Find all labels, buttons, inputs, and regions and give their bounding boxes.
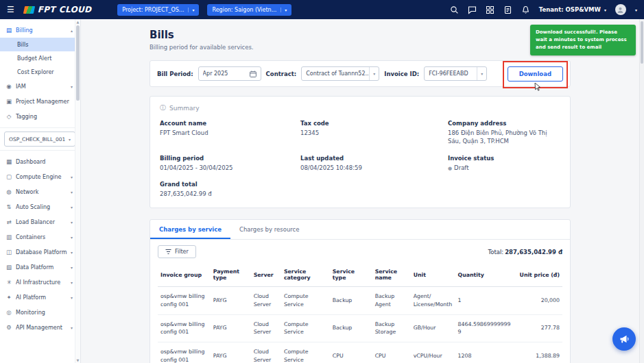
field-label: Account name <box>160 120 300 127</box>
apps-grid-icon[interactable] <box>486 5 494 14</box>
tab-charges-by-service[interactable]: Charges by service <box>150 220 230 239</box>
sidebar-project-select[interactable]: OSP_CHECK_BILL_001 ▾ <box>4 132 75 147</box>
region-selector[interactable]: Region: Saigon (Vietn... ▾ <box>207 4 291 16</box>
sidebar-item-iam[interactable]: ◉ IAM ▾ <box>0 79 80 94</box>
ai-platform-icon: ✦ <box>5 294 12 301</box>
table-row: osp&vmw billing config 001 PAYG Cloud Se… <box>158 342 562 363</box>
page-scrollbar-thumb[interactable] <box>641 21 643 64</box>
avatar[interactable] <box>615 4 626 15</box>
col-header: Unit price (đ) <box>514 263 562 287</box>
invoice-id-select[interactable]: FCI-96FEEABD ▾ <box>424 66 487 81</box>
cell: PAYG <box>211 314 251 342</box>
filter-button[interactable]: Filter <box>158 245 196 258</box>
sidebar-item-load-balancer[interactable]: ⇄ Load Balancer ▾ <box>0 214 80 229</box>
col-header: Quantity <box>455 263 514 287</box>
status-badge: ●Draft <box>448 164 560 172</box>
sidebar-item-label: Bills <box>17 42 28 48</box>
sidebar-item-ai-infrastructure[interactable]: ✳ AI Infrastructure ▾ <box>0 275 80 290</box>
scroll-down-icon[interactable]: ▼ <box>77 358 80 362</box>
field-last-updated: Last updated 08/04/2025 10:48:59 <box>300 155 448 172</box>
sidebar-item-auto-scaling[interactable]: ⇅ Auto Scaling ▾ <box>0 199 80 214</box>
contract-label: Contract: <box>266 71 297 77</box>
project-selector[interactable]: Project: PROJECT_OS... ▾ <box>117 4 199 16</box>
changelog-icon[interactable] <box>503 5 512 14</box>
contract-select[interactable]: Contract of Tuannn52... ▾ <box>301 66 379 81</box>
charges-tabs: Charges by service Charges by resource <box>150 220 570 240</box>
page-scrollbar[interactable] <box>639 19 644 363</box>
cell: Compute Service <box>281 342 330 363</box>
field-label: Company address <box>448 120 560 127</box>
sidebar-item-containers[interactable]: ▥ Containers ▾ <box>0 229 80 245</box>
download-button[interactable]: Download <box>508 66 563 82</box>
chevron-down-icon: ▾ <box>71 205 73 210</box>
cell: Backup Storage <box>372 314 411 342</box>
status-dot-icon: ● <box>448 166 452 171</box>
tenant-selector[interactable]: Tenant: OSP&VMW ▾ <box>539 6 606 13</box>
bill-period-input[interactable] <box>198 66 261 81</box>
sidebar-item-network[interactable]: ◍ Network ▾ <box>0 184 80 199</box>
col-header: Server <box>251 263 281 287</box>
chevron-down-icon: ▾ <box>71 235 73 240</box>
sidebar-item-api-management[interactable]: ⚙ API Management ▾ <box>0 320 80 335</box>
status-text: Draft <box>454 164 468 171</box>
sidebar-item-bills[interactable]: Bills <box>0 38 80 51</box>
calendar-icon[interactable] <box>250 71 257 77</box>
sidebar-item-label: Database Platform <box>16 249 67 255</box>
chevron-down-icon: ▾ <box>71 175 73 179</box>
sidebar-item-monitoring[interactable]: ◎ Monitoring <box>0 305 80 320</box>
cell: PAYG <box>211 287 251 314</box>
col-header: Service category <box>281 263 330 287</box>
sidebar-item-database-platform[interactable]: ◫ Database Platform ▾ <box>0 245 80 260</box>
sidebar-item-ai-platform[interactable]: ✦ AI Platform ▾ <box>0 290 80 305</box>
field-value: 287,635,042.99 đ <box>160 190 300 198</box>
scroll-up-icon[interactable]: ▲ <box>77 20 80 24</box>
sidebar-item-budget-alert[interactable]: Budget Alert <box>0 51 80 65</box>
field-invoice-status: Invoice status ●Draft <box>448 155 560 172</box>
chevron-down-icon: ▾ <box>71 325 73 330</box>
cell: 1208 <box>455 342 514 363</box>
sidebar-item-label: Project Management <box>16 99 69 105</box>
sidebar-item-label: Dashboard <box>16 159 69 165</box>
feedback-fab[interactable] <box>612 327 636 351</box>
sidebar-item-label: AI Infrastructure <box>16 279 67 286</box>
sidebar-item-billing[interactable]: ▤ Billing ▴ <box>0 23 80 38</box>
chat-icon[interactable] <box>468 5 477 14</box>
sidebar-item-label: Budget Alert <box>17 55 51 62</box>
chevron-down-icon[interactable]: ▾ <box>635 8 637 12</box>
cell: vCPU/Hour <box>411 342 455 363</box>
sidebar-scrollbar-thumb[interactable] <box>76 25 80 101</box>
chevron-down-icon: ▾ <box>71 190 73 195</box>
project-selector-label: Project: PROJECT_OS... <box>122 7 184 13</box>
sidebar-item-tagging[interactable]: ◇ Tagging <box>0 109 80 124</box>
cell: 1,388.89 <box>514 342 562 363</box>
chevron-down-icon: ▾ <box>188 8 194 12</box>
bill-period-value[interactable] <box>203 71 241 77</box>
field-label: Grand total <box>160 181 300 188</box>
field-account-name: Account name FPT Smart Cloud <box>160 120 300 146</box>
field-label: Invoice status <box>448 155 560 162</box>
tab-charges-by-resource[interactable]: Charges by resource <box>230 220 309 239</box>
sidebar-item-label: Cost Explorer <box>17 69 54 75</box>
total-value: 287,635,042.99 đ <box>505 249 562 255</box>
dashboard-icon: ▦ <box>5 158 12 165</box>
field-label: Tax code <box>300 120 448 127</box>
support-icon[interactable] <box>450 5 459 14</box>
sidebar-item-data-platform[interactable]: ▧ Data Platform ▾ <box>0 260 80 275</box>
hamburger-menu-icon[interactable]: ☰ <box>7 5 14 14</box>
tag-icon: ◇ <box>5 113 12 120</box>
containers-icon: ▥ <box>5 234 12 240</box>
cell: 277.78 <box>514 314 562 342</box>
field-label: Billing period <box>160 155 300 162</box>
toast-success: Download successfull!. Please wait a min… <box>530 25 636 55</box>
cell: osp&vmw billing config 001 <box>158 342 211 363</box>
sidebar-item-cost-explorer[interactable]: Cost Explorer <box>0 65 80 79</box>
cell: PAYG <box>211 342 251 363</box>
api-management-icon: ⚙ <box>5 324 12 331</box>
chevron-down-icon: ▾ <box>477 67 486 80</box>
filter-bar: Bill Period: Contract: Contract of Tuann… <box>150 60 571 87</box>
notification-bell-icon[interactable] <box>521 5 530 14</box>
chevron-down-icon: ▾ <box>369 67 379 80</box>
sidebar-item-compute-engine[interactable]: ▢ Compute Engine ▾ <box>0 169 80 184</box>
sidebar-item-dashboard[interactable]: ▦ Dashboard <box>0 154 80 169</box>
sidebar-item-project-management[interactable]: ▣ Project Management <box>0 94 80 109</box>
